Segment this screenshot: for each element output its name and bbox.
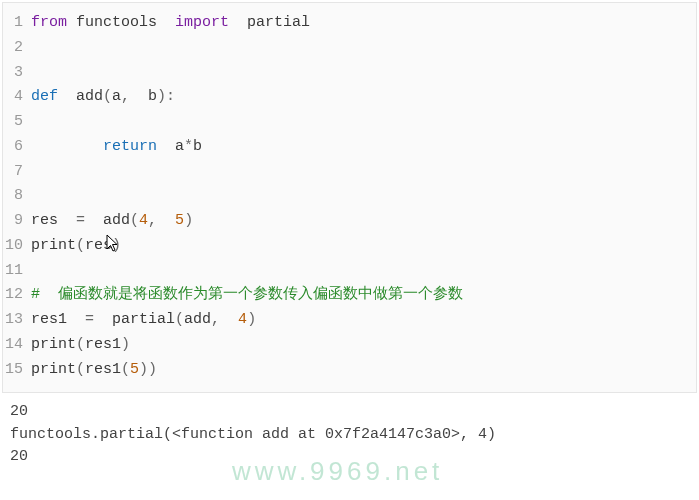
code-line[interactable]: 1from functools import partial — [3, 11, 696, 36]
token-ident: add — [85, 212, 130, 229]
token-punct: , — [121, 88, 130, 105]
token-punct: ( — [76, 361, 85, 378]
line-number: 13 — [3, 308, 31, 333]
code-content[interactable]: print(res) — [31, 234, 696, 259]
token-punct: ) — [121, 336, 130, 353]
token-kw-import: from — [31, 14, 67, 31]
token-punct: , — [148, 212, 157, 229]
line-number: 6 — [3, 135, 31, 160]
code-line[interactable]: 14print(res1) — [3, 333, 696, 358]
code-content[interactable]: return a*b — [31, 135, 696, 160]
line-number: 10 — [3, 234, 31, 259]
token-kw-import: import — [175, 14, 229, 31]
code-line[interactable]: 15print(res1(5)) — [3, 358, 696, 383]
code-content[interactable]: print(res1) — [31, 333, 696, 358]
token-ident — [220, 311, 238, 328]
line-number: 9 — [3, 209, 31, 234]
token-punct: , — [211, 311, 220, 328]
token-punct: ) — [247, 311, 256, 328]
token-ident: add — [184, 311, 211, 328]
code-line[interactable]: 5 — [3, 110, 696, 135]
token-ident: print — [31, 237, 76, 254]
token-kw-def: return — [103, 138, 157, 155]
code-line[interactable]: 12# 偏函数就是将函数作为第一个参数传入偏函数中做第一个参数 — [3, 283, 696, 308]
output-line: functools.partial(<function add at 0x7f2… — [10, 424, 689, 447]
token-ident: print — [31, 336, 76, 353]
token-str-num: 5 — [130, 361, 139, 378]
line-number: 15 — [3, 358, 31, 383]
line-number: 4 — [3, 85, 31, 110]
line-number: 3 — [3, 61, 31, 86]
line-number: 1 — [3, 11, 31, 36]
output-panel: 20functools.partial(<function add at 0x7… — [0, 395, 699, 469]
line-number: 11 — [3, 259, 31, 284]
line-number: 12 — [3, 283, 31, 308]
code-line[interactable]: 7 — [3, 160, 696, 185]
token-punct: ) — [112, 237, 121, 254]
token-str-num: 4 — [139, 212, 148, 229]
code-line[interactable]: 2 — [3, 36, 696, 61]
token-punct: ( — [76, 336, 85, 353]
code-line[interactable]: 4def add(a, b): — [3, 85, 696, 110]
token-ident: add — [58, 88, 103, 105]
code-line[interactable]: 6 return a*b — [3, 135, 696, 160]
code-content[interactable]: print(res1(5)) — [31, 358, 696, 383]
token-str-num: 5 — [175, 212, 184, 229]
line-number: 2 — [3, 36, 31, 61]
code-line[interactable]: 8 — [3, 184, 696, 209]
token-punct: ( — [175, 311, 184, 328]
token-punct: = — [76, 212, 85, 229]
token-punct: ( — [121, 361, 130, 378]
token-ident: print — [31, 361, 76, 378]
token-comment: # 偏函数就是将函数作为第一个参数传入偏函数中做第一个参数 — [31, 286, 463, 303]
code-line[interactable]: 10print(res) — [3, 234, 696, 259]
line-number: 8 — [3, 184, 31, 209]
token-punct: ( — [130, 212, 139, 229]
token-ident: functools — [67, 14, 175, 31]
token-ident: a — [157, 138, 184, 155]
token-punct: ) — [139, 361, 148, 378]
token-punct: ) — [184, 212, 193, 229]
token-ident: b — [193, 138, 202, 155]
token-punct: : — [166, 88, 175, 105]
token-ident: res1 — [85, 361, 121, 378]
output-line: 20 — [10, 401, 689, 424]
token-punct: ( — [103, 88, 112, 105]
token-ident: res1 — [85, 336, 121, 353]
token-ident: a — [112, 88, 121, 105]
code-content[interactable]: res1 = partial(add, 4) — [31, 308, 696, 333]
line-number: 7 — [3, 160, 31, 185]
token-kw-def: def — [31, 88, 58, 105]
code-line[interactable]: 13res1 = partial(add, 4) — [3, 308, 696, 333]
code-content[interactable]: from functools import partial — [31, 11, 696, 36]
code-content[interactable]: # 偏函数就是将函数作为第一个参数传入偏函数中做第一个参数 — [31, 283, 696, 308]
token-ident — [31, 138, 103, 155]
token-punct: ) — [157, 88, 166, 105]
token-punct: ( — [76, 237, 85, 254]
token-ident — [157, 212, 175, 229]
token-ident: res — [85, 237, 112, 254]
code-line[interactable]: 9res = add(4, 5) — [3, 209, 696, 234]
line-number: 14 — [3, 333, 31, 358]
token-ident: res — [31, 212, 76, 229]
token-ident: partial — [229, 14, 310, 31]
token-ident: b — [130, 88, 157, 105]
token-punct: * — [184, 138, 193, 155]
code-line[interactable]: 3 — [3, 61, 696, 86]
code-editor[interactable]: 1from functools import partial234def add… — [2, 2, 697, 393]
code-content[interactable]: res = add(4, 5) — [31, 209, 696, 234]
code-content[interactable]: def add(a, b): — [31, 85, 696, 110]
token-punct: ) — [148, 361, 157, 378]
token-ident: res1 — [31, 311, 85, 328]
line-number: 5 — [3, 110, 31, 135]
token-punct: = — [85, 311, 94, 328]
token-ident: partial — [94, 311, 175, 328]
output-line: 20 — [10, 446, 689, 469]
code-line[interactable]: 11 — [3, 259, 696, 284]
token-str-num: 4 — [238, 311, 247, 328]
